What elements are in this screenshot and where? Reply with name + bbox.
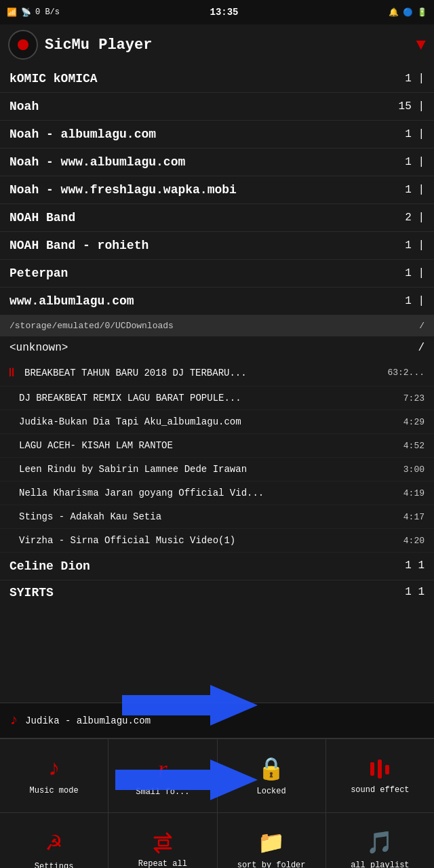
all-playlist-label: all playlist bbox=[351, 861, 409, 868]
artist-count: 1 1 bbox=[405, 559, 425, 573]
artist-name: kOMIC kOMICA bbox=[9, 72, 98, 85]
folder-path: /storage/emulated/0/UCDownloads bbox=[9, 321, 174, 331]
artist-row[interactable]: Noah - www.freshlagu.wapka.mobi 1 | bbox=[0, 176, 434, 204]
artist-row[interactable]: kOMIC kOMICA 1 | bbox=[0, 65, 434, 93]
lock-status-icon: 🔵 bbox=[403, 7, 413, 18]
artist-count: 1 | bbox=[405, 239, 425, 252]
song-row[interactable]: Nella Kharisma Jaran goyang Official Vid… bbox=[0, 481, 434, 505]
song-duration: 63:2... bbox=[387, 368, 425, 378]
battery-icon: 🔋 bbox=[417, 7, 427, 18]
artist-row[interactable]: www.albumlagu.com 1 | bbox=[0, 288, 434, 315]
small-font-button[interactable]: r Small fo... bbox=[108, 739, 217, 813]
artist-name: Noah bbox=[9, 100, 39, 113]
song-row[interactable]: ⏸ BREAKBEAT TAHUN BARU 2018 DJ TERBARU..… bbox=[0, 359, 434, 387]
artist-name: Noah - www.freshlagu.wapka.mobi bbox=[9, 183, 237, 197]
song-duration: 4:19 bbox=[391, 488, 425, 498]
bottom-menu: ♪ Music mode r Small fo... 🔒 Locked soun… bbox=[0, 738, 434, 868]
song-title: BREAKBEAT TAHUN BARU 2018 DJ TERBARU... bbox=[24, 368, 387, 378]
artist-count: 1 | bbox=[405, 128, 425, 140]
locked-button[interactable]: 🔒 Locked bbox=[218, 739, 326, 813]
song-title: Nella Kharisma Jaran goyang Official Vid… bbox=[19, 488, 391, 498]
song-title: Virzha - Sirna Official Music Video(1) bbox=[19, 535, 391, 546]
song-duration: 7:23 bbox=[391, 393, 425, 403]
locked-label: Locked bbox=[257, 787, 286, 796]
svg-rect-0 bbox=[370, 762, 374, 776]
settings-label: Settings bbox=[35, 862, 74, 868]
sound-effect-button[interactable]: sound effect bbox=[326, 739, 434, 813]
partial-artist-count: 1 1 bbox=[405, 586, 425, 599]
artist-name: Celine Dion bbox=[9, 559, 90, 573]
unknown-label: <unknown> bbox=[9, 342, 68, 354]
sound-effect-label: sound effect bbox=[351, 785, 409, 795]
song-row-left: DJ BREAKBEAT REMIX LAGU BARAT POPULE... bbox=[19, 393, 391, 403]
signal-icon: 📶 bbox=[7, 7, 17, 18]
unknown-count: / bbox=[418, 342, 425, 354]
song-row-left: ⏸ BREAKBEAT TAHUN BARU 2018 DJ TERBARU..… bbox=[5, 366, 387, 380]
unknown-group-row[interactable]: <unknown> / bbox=[0, 336, 434, 359]
data-speed: 0 B/s bbox=[35, 7, 60, 17]
music-mode-button[interactable]: ♪ Music mode bbox=[0, 739, 108, 813]
artist-count: 1 | bbox=[405, 295, 425, 307]
status-bar: 📶 📡 0 B/s 13:35 🔔 🔵 🔋 bbox=[0, 0, 434, 24]
song-title: LAGU ACEH- KISAH LAM RANTOE bbox=[19, 440, 391, 451]
app-logo bbox=[8, 30, 38, 60]
song-title: DJ BREAKBEAT REMIX LAGU BARAT POPULE... bbox=[19, 393, 391, 403]
song-row[interactable]: Virzha - Sirna Official Music Video(1) 4… bbox=[0, 529, 434, 553]
song-row[interactable]: Stings - Adakah Kau Setia 4:17 bbox=[0, 505, 434, 529]
small-font-label: Small fo... bbox=[136, 787, 189, 797]
artist-count: 15 | bbox=[399, 100, 425, 113]
partial-artist-row[interactable]: SYIRTS 1 1 bbox=[0, 580, 434, 605]
repeat-all-button[interactable]: Repeat all bbox=[108, 813, 217, 868]
artist-row[interactable]: Peterpan 1 | bbox=[0, 260, 434, 288]
song-row[interactable]: DJ BREAKBEAT REMIX LAGU BARAT POPULE... … bbox=[0, 387, 434, 410]
sort-folder-icon: 📁 bbox=[258, 829, 285, 856]
song-duration: 4:17 bbox=[391, 512, 425, 522]
app-header: SicMu Player ▼ bbox=[0, 24, 434, 65]
song-row-left: Judika-Bukan Dia Tapi Aku_albumlagu.com bbox=[19, 416, 391, 427]
music-mode-icon: ♪ bbox=[47, 756, 60, 782]
artist-name: NOAH Band - rohieth bbox=[9, 239, 149, 252]
song-row[interactable]: Judika-Bukan Dia Tapi Aku_albumlagu.com … bbox=[0, 410, 434, 434]
song-row-left: Nella Kharisma Jaran goyang Official Vid… bbox=[19, 488, 391, 498]
sort-folder-label: sort by folder bbox=[237, 861, 306, 868]
artist-name: NOAH Band bbox=[9, 211, 75, 224]
artist-row[interactable]: NOAH Band 2 | bbox=[0, 204, 434, 232]
svg-rect-1 bbox=[378, 760, 382, 778]
small-font-icon: r bbox=[158, 755, 167, 783]
artist-name: Noah - www.albumlagu.com bbox=[9, 155, 185, 169]
artist-name: www.albumlagu.com bbox=[9, 294, 134, 308]
music-note-icon: ♪ bbox=[9, 712, 18, 729]
artist-count: 1 | bbox=[405, 156, 425, 168]
song-duration: 4:20 bbox=[391, 536, 425, 546]
header-left: SicMu Player bbox=[8, 30, 152, 60]
artist-row[interactable]: Noah - albumlagu.com 1 | bbox=[0, 121, 434, 149]
menu-row-2: ☭ Settings Repeat all 📁 sort by folder 🎵… bbox=[0, 813, 434, 868]
song-row-left: Leen Rindu by Sabirin Lamnee Dede Irawan bbox=[19, 464, 391, 475]
song-title: Leen Rindu by Sabirin Lamnee Dede Irawan bbox=[19, 464, 391, 475]
now-playing-text: Judika - albumlagu.com bbox=[25, 715, 425, 726]
sound-effect-icon bbox=[368, 757, 392, 781]
artist-row[interactable]: Noah 15 | bbox=[0, 93, 434, 121]
all-playlist-icon: 🎵 bbox=[366, 829, 393, 856]
song-row[interactable]: Leen Rindu by Sabirin Lamnee Dede Irawan… bbox=[0, 458, 434, 481]
song-title: Stings - Adakah Kau Setia bbox=[19, 511, 391, 522]
artist-count: 2 | bbox=[405, 212, 425, 224]
sort-folder-button[interactable]: 📁 sort by folder bbox=[218, 813, 326, 868]
song-duration: 3:00 bbox=[391, 465, 425, 475]
now-playing-bar[interactable]: ♪ Judika - albumlagu.com bbox=[0, 703, 434, 738]
app-title: SicMu Player bbox=[45, 37, 152, 54]
artist-row[interactable]: Celine Dion 1 1 bbox=[0, 553, 434, 580]
song-duration: 4:29 bbox=[391, 417, 425, 427]
artist-row[interactable]: NOAH Band - rohieth 1 | bbox=[0, 232, 434, 260]
settings-icon: ☭ bbox=[47, 828, 62, 858]
artist-count: 1 | bbox=[405, 267, 425, 279]
dropdown-arrow-icon[interactable]: ▼ bbox=[416, 36, 426, 54]
artist-row[interactable]: Noah - www.albumlagu.com 1 | bbox=[0, 149, 434, 176]
song-duration: 4:52 bbox=[391, 441, 425, 451]
folder-separator: /storage/emulated/0/UCDownloads / bbox=[0, 315, 434, 336]
song-row[interactable]: LAGU ACEH- KISAH LAM RANTOE 4:52 bbox=[0, 434, 434, 458]
all-playlist-button[interactable]: 🎵 all playlist bbox=[326, 813, 434, 868]
song-row-left: Virzha - Sirna Official Music Video(1) bbox=[19, 535, 391, 546]
settings-button[interactable]: ☭ Settings bbox=[0, 813, 108, 868]
status-left: 📶 📡 0 B/s bbox=[7, 7, 60, 18]
